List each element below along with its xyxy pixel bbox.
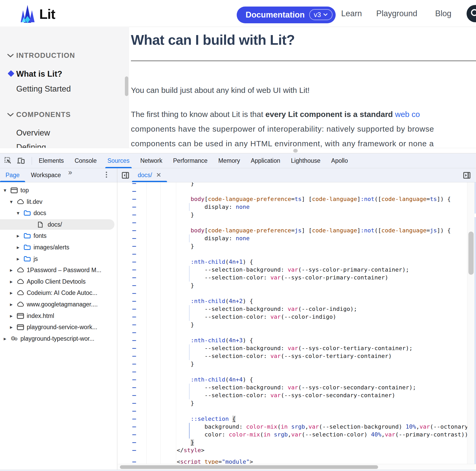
code-line[interactable]: } bbox=[117, 242, 476, 250]
lit-logo-icon[interactable] bbox=[20, 4, 35, 23]
tree-expanded-arrow-icon[interactable]: ▾ bbox=[4, 187, 10, 193]
tree-item-top[interactable]: ▾top bbox=[0, 185, 117, 195]
tree-collapsed-arrow-icon[interactable]: ▸ bbox=[10, 324, 17, 330]
code-line[interactable]: } bbox=[117, 182, 476, 187]
editor-horizontal-scrollbar[interactable] bbox=[118, 464, 476, 470]
tree-collapsed-arrow-icon[interactable]: ▸ bbox=[10, 267, 17, 273]
tree-collapsed-arrow-icon[interactable]: ▸ bbox=[17, 256, 24, 262]
code-line[interactable]: --selection-color: var(--sys-color-terti… bbox=[117, 352, 476, 360]
devtools-tab-network[interactable]: Network bbox=[140, 153, 162, 168]
code-line[interactable]: display: none bbox=[117, 234, 476, 242]
navigator-tab-workspace[interactable]: Workspace bbox=[31, 168, 61, 182]
tree-item-playground-service-work[interactable]: ▸playground-service-work... bbox=[0, 322, 117, 332]
tree-item-apollo-client-devtools[interactable]: ▸Apollo Client Devtools bbox=[0, 276, 117, 287]
tree-collapsed-arrow-icon[interactable]: ▸ bbox=[10, 278, 17, 285]
tree-item-www-googletagmanager[interactable]: ▸www.googletagmanager.... bbox=[0, 299, 117, 310]
toggle-navigator-panel-icon[interactable] bbox=[121, 171, 129, 179]
sidebar-section-introduction[interactable]: INTRODUCTION bbox=[0, 52, 129, 61]
code-line[interactable]: --selection-color: var(--sys-color-secon… bbox=[117, 391, 476, 399]
devtools-resize-divider[interactable] bbox=[0, 148, 476, 153]
device-toolbar-icon[interactable] bbox=[17, 157, 25, 165]
nav-link-playground[interactable]: Playground bbox=[376, 9, 417, 18]
code-line[interactable]: <script type="module"> bbox=[117, 458, 476, 464]
code-line[interactable] bbox=[117, 368, 476, 376]
vertical-scrollbar-thumb[interactable] bbox=[468, 232, 474, 275]
sidebar-item-overview[interactable]: Overview bbox=[0, 128, 129, 138]
code-line[interactable]: --selection-color: var(--color-indigo) bbox=[117, 313, 476, 321]
tree-item-images-alerts[interactable]: ▸images/alerts bbox=[0, 242, 117, 253]
web-components-link[interactable]: web co bbox=[395, 110, 420, 119]
code-line[interactable]: } bbox=[117, 399, 476, 407]
code-line[interactable]: } bbox=[117, 439, 476, 446]
tree-item-codeium-ai-code-autoc[interactable]: ▸Codeium: AI Code Autoc... bbox=[0, 288, 117, 298]
tree-collapsed-arrow-icon[interactable]: ▸ bbox=[17, 244, 24, 250]
tree-item-fonts[interactable]: ▸fonts bbox=[0, 231, 117, 241]
code-line[interactable]: background: color-mix(in srgb,var(--sele… bbox=[117, 423, 476, 431]
code-line[interactable]: --selection-background: var(--sys-color-… bbox=[117, 344, 476, 352]
code-line[interactable]: display: none bbox=[117, 203, 476, 211]
navigator-tab-page[interactable]: Page bbox=[5, 168, 20, 182]
tree-item-index-html[interactable]: ▸index.html bbox=[0, 311, 117, 321]
devtools-tab-application[interactable]: Application bbox=[251, 153, 280, 168]
code-line[interactable]: --selection-background: var(--sys-color-… bbox=[117, 266, 476, 274]
more-tabs-icon[interactable]: ›› bbox=[68, 168, 71, 177]
tree-expanded-arrow-icon[interactable]: ▾ bbox=[10, 199, 17, 205]
code-line[interactable] bbox=[117, 219, 476, 227]
tree-item-1password-password-m[interactable]: ▸1Password – Password M... bbox=[0, 265, 117, 275]
version-dropdown[interactable]: v3 bbox=[309, 9, 333, 20]
sidebar-scrollbar-thumb[interactable] bbox=[125, 76, 128, 96]
devtools-tab-performance[interactable]: Performance bbox=[173, 153, 208, 168]
sidebar-item-what-is-lit[interactable]: What is Lit? bbox=[0, 69, 129, 79]
sidebar-section-components[interactable]: COMPONENTS bbox=[0, 111, 129, 121]
divider-drag-handle[interactable] bbox=[293, 149, 298, 153]
logo-wordmark[interactable]: Lit bbox=[39, 6, 55, 22]
devtools-tab-sources[interactable]: Sources bbox=[107, 153, 129, 168]
code-line[interactable] bbox=[117, 187, 476, 195]
sidebar-item-defining[interactable]: Defining bbox=[0, 143, 129, 148]
tree-item-playground-typescript-wor[interactable]: ▸⚙⚙playground-typescript-wor... bbox=[0, 333, 117, 344]
source-editor[interactable]: } body[code-language-preference=ts] [cod… bbox=[117, 182, 476, 464]
code-line[interactable]: --selection-background: var(--color-indi… bbox=[117, 305, 476, 313]
code-line[interactable]: } bbox=[117, 360, 476, 368]
devtools-tab-console[interactable]: Console bbox=[75, 153, 97, 168]
tree-item-docs[interactable]: docs/ bbox=[0, 219, 114, 230]
documentation-button[interactable]: Documentation v3 bbox=[237, 7, 336, 23]
code-line[interactable] bbox=[117, 289, 476, 297]
code-line[interactable]: } bbox=[117, 211, 476, 219]
inspect-element-icon[interactable] bbox=[4, 157, 13, 165]
code-line[interactable]: } bbox=[117, 321, 476, 329]
horizontal-scrollbar-thumb[interactable] bbox=[120, 465, 378, 469]
toggle-debugger-panel-icon[interactable] bbox=[463, 171, 471, 179]
tree-collapsed-arrow-icon[interactable]: ▸ bbox=[17, 233, 24, 239]
editor-vertical-scrollbar[interactable] bbox=[467, 182, 474, 464]
tree-collapsed-arrow-icon[interactable]: ▸ bbox=[10, 290, 17, 296]
code-line[interactable]: body[code-language-preference=ts] [code-… bbox=[117, 195, 476, 203]
close-tab-icon[interactable]: ✕ bbox=[156, 168, 161, 182]
code-line[interactable]: </style> bbox=[117, 446, 476, 454]
code-line[interactable]: :nth-child(4n+4) { bbox=[117, 376, 476, 384]
tree-item-lit-dev[interactable]: ▾lit.dev bbox=[0, 197, 117, 207]
devtools-tab-memory[interactable]: Memory bbox=[218, 153, 240, 168]
code-line[interactable]: } bbox=[117, 282, 476, 289]
code-line[interactable]: :nth-child(4n+1) { bbox=[117, 258, 476, 266]
search-button[interactable] bbox=[467, 5, 476, 22]
tree-collapsed-arrow-icon[interactable]: ▸ bbox=[10, 301, 17, 307]
code-line[interactable]: --selection-color: var(--sys-color-prima… bbox=[117, 274, 476, 282]
sidebar-item-getting-started[interactable]: Getting Started bbox=[0, 84, 129, 94]
code-line[interactable] bbox=[117, 250, 476, 258]
nav-link-blog[interactable]: Blog bbox=[435, 9, 451, 18]
code-line[interactable] bbox=[117, 329, 476, 337]
devtools-tab-elements[interactable]: Elements bbox=[39, 153, 64, 168]
code-line[interactable]: body[code-language-preference=js] [code-… bbox=[117, 227, 476, 234]
devtools-tab-apollo[interactable]: Apollo bbox=[331, 153, 348, 168]
code-line[interactable]: :nth-child(4n+3) { bbox=[117, 337, 476, 344]
code-line[interactable]: ::selection { bbox=[117, 415, 476, 423]
tree-expanded-arrow-icon[interactable]: ▾ bbox=[17, 210, 24, 216]
tree-item-docs[interactable]: ▾docs bbox=[0, 208, 117, 218]
code-line[interactable]: color: color-mix(in srgb,var(--selection… bbox=[117, 431, 476, 439]
code-line[interactable]: :nth-child(4n+2) { bbox=[117, 297, 476, 305]
navigator-menu-icon[interactable] bbox=[106, 172, 107, 178]
code-line[interactable] bbox=[117, 407, 476, 415]
nav-link-learn[interactable]: Learn bbox=[341, 9, 362, 18]
editor-tab-docs[interactable]: docs/ bbox=[138, 168, 152, 182]
